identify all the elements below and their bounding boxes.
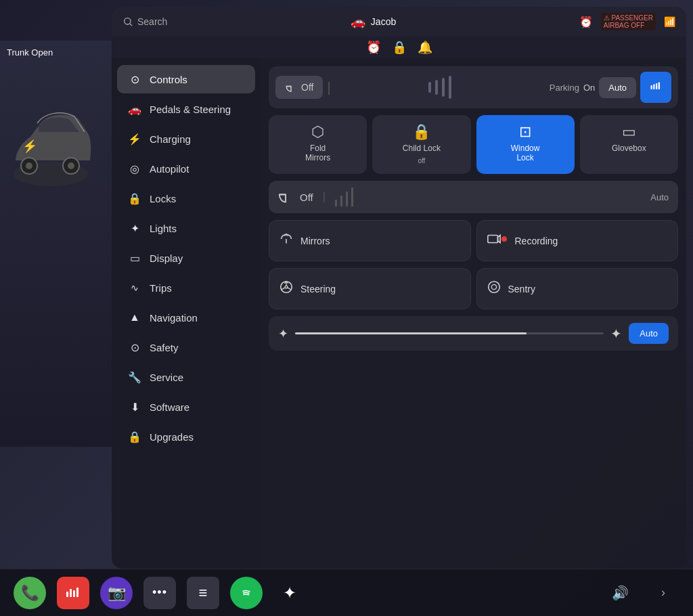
sidebar-controls-label: Controls [150,74,187,85]
svg-rect-9 [651,85,652,89]
airbag-warning: ⚠ PASSENGERAIRBAG OFF [601,13,656,30]
svg-rect-12 [658,83,660,90]
brightness-sun-icon: ✦ [278,326,288,341]
fold-mirrors-button[interactable]: ⬡ FoldMirrors [269,115,367,174]
notes-button[interactable]: ≡ [187,577,219,609]
recording-label: Recording [515,236,558,246]
search-label: Search [137,16,167,27]
sidebar-item-controls[interactable]: ⊙ Controls [117,65,255,93]
charging-icon: ⚡ [128,132,141,146]
sidebar-item-display[interactable]: ▭ Display [117,244,255,272]
parking-group: Parking On [550,83,595,93]
screen: Trunk Open ⚡ [0,0,693,616]
wiper-speed-icon-button[interactable] [640,72,671,103]
brightness-sun-bright-icon: ✦ [610,326,622,342]
wiper-status-row: Off | Auto [269,181,678,213]
svg-rect-25 [70,589,72,597]
sidebar-service-label: Service [150,372,183,383]
volume-button[interactable]: 🔊 [604,577,636,609]
trunk-label: Trunk Open [7,47,53,59]
svg-line-21 [288,288,292,290]
sidebar-item-lights[interactable]: ✦ Lights [117,214,255,242]
sidebar-pedals-label: Pedals & Steering [150,104,231,115]
wiper-status-icon [278,190,293,204]
glovebox-button[interactable]: ▭ Glovebox [580,115,678,174]
sidebar-display-label: Display [150,252,183,264]
locks-icon: 🔒 [128,192,141,205]
sidebar-item-autopilot[interactable]: ◎ Autopilot [117,154,255,183]
pedals-icon: 🚗 [128,102,141,116]
taskbar: 📞 📷 ••• ≡ ✦ 🔊 › [0,569,693,616]
fold-mirrors-icon: ⬡ [311,125,324,139]
camera-button[interactable]: 📷 [100,577,133,609]
svg-rect-15 [487,236,497,243]
speed-bar-1 [428,82,431,93]
sidebar-navigation-label: Navigation [150,312,198,324]
sidebar-lights-label: Lights [150,223,177,234]
recording-tile[interactable]: Recording [476,220,679,261]
svg-point-23 [491,285,496,290]
speed-bar-4 [449,76,451,99]
controls-icon: ⊙ [128,72,141,86]
speed-ind-3 [346,192,348,206]
search-area[interactable]: Search [122,16,167,27]
sidebar-item-trips[interactable]: ∿ Trips [117,273,255,302]
sidebar-item-locks[interactable]: 🔒 Locks [117,184,255,213]
speed-ind-4 [351,188,353,206]
feature-tiles-row: Mirrors Recording [269,220,678,261]
sentry-tile[interactable]: Sentry [476,268,679,309]
sidebar: ⊙ Controls 🚗 Pedals & Steering ⚡ Chargin… [112,58,261,569]
window-lock-button[interactable]: ⊡ WindowLock [476,115,575,174]
tesla-panel: Search 🚗 Jacob ⏰ ⚠ PASSENGERAIRBAG OFF 📶… [112,7,686,569]
status-bell-icon: 🔔 [418,40,432,55]
wiper-auto-button[interactable]: Auto [599,77,636,98]
chevron-right-button[interactable]: › [647,577,679,609]
wiper-separator: | [327,80,330,95]
svg-point-18 [285,286,288,289]
status-alarm-icon: ⏰ [366,40,381,55]
status-bar: ⏰ 🔒 🔔 [112,37,686,58]
glovebox-icon: ▭ [622,125,636,139]
brightness-slider-track[interactable] [295,332,604,334]
sidebar-item-charging[interactable]: ⚡ Charging [117,125,255,153]
sidebar-item-service[interactable]: 🔧 Service [117,363,255,391]
safety-icon: ⊙ [128,340,141,354]
recording-dot [501,236,507,242]
svg-line-7 [130,24,132,26]
mirrors-icon [279,232,294,250]
sidebar-item-navigation[interactable]: ▲ Navigation [117,303,255,332]
auto-brightness-button[interactable]: Auto [629,323,669,344]
sidebar-item-safety[interactable]: ⊙ Safety [117,333,255,361]
svg-point-2 [26,162,32,169]
service-icon: 🔧 [128,370,141,384]
parking-on-label: On [583,83,595,93]
music-button[interactable] [57,577,89,609]
spotify-button[interactable] [230,577,263,609]
alarm-icon: ⏰ [579,16,593,28]
user-name: Jacob [371,16,396,27]
header-right: ⏰ ⚠ PASSENGERAIRBAG OFF 📶 [579,13,675,30]
wiper-off-button[interactable]: Off [275,76,323,99]
wiper-status-label: Off [300,192,313,203]
mirrors-label: Mirrors [300,236,330,246]
svg-text:⚡: ⚡ [22,139,38,154]
sidebar-item-upgrades[interactable]: 🔒 Upgrades [117,422,255,451]
mirrors-tile[interactable]: Mirrors [269,220,471,261]
sidebar-item-software[interactable]: ⬇ Software [117,393,255,421]
sidebar-autopilot-label: Autopilot [150,163,189,175]
steering-tile[interactable]: Steering [269,268,471,309]
parking-label: Parking [550,83,579,93]
child-lock-label: Child Lock [403,144,441,153]
child-lock-button[interactable]: 🔒 Child Lock off [372,115,470,174]
auto-brightness-label: Auto [640,328,658,338]
more-button[interactable]: ••• [143,577,176,609]
stars-button[interactable]: ✦ [273,577,306,609]
phone-button[interactable]: 📞 [14,577,46,609]
sentry-label: Sentry [508,284,535,294]
steering-label: Steering [300,284,336,294]
wiper-auto-label: Auto [608,83,627,93]
sidebar-item-pedals[interactable]: 🚗 Pedals & Steering [117,95,255,123]
navigation-icon: ▲ [128,311,141,324]
sidebar-upgrades-label: Upgrades [150,431,194,443]
recording-icon [487,232,508,250]
